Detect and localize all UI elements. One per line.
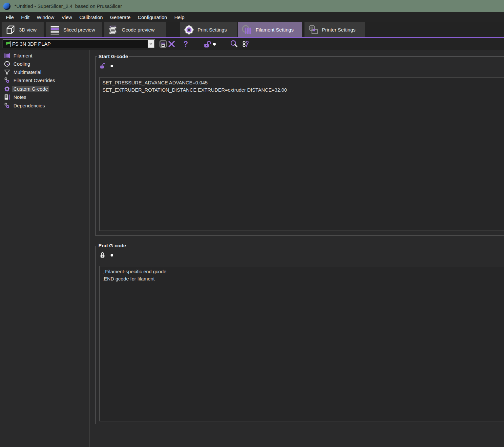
tab-print-settings[interactable]: Print Settings <box>180 22 237 37</box>
tab-bar: 3D view Sliced preview <box>0 22 504 38</box>
cube-icon <box>5 24 16 36</box>
sidebar-item-dependencies[interactable]: Dependencies <box>1 101 90 110</box>
sidebar-item-custom-gcode[interactable]: Custom G-code <box>1 85 90 93</box>
menu-calibration[interactable]: Calibration <box>76 12 107 22</box>
menu-help[interactable]: Help <box>171 12 188 22</box>
search-icon[interactable] <box>230 40 238 48</box>
preset-name: FS 3N 3DF PLAP <box>12 41 51 47</box>
start-gcode-lockrow <box>100 62 113 70</box>
tab-gcode-preview[interactable]: Gcode preview <box>104 22 166 37</box>
layers-icon <box>49 24 61 36</box>
start-gcode-textarea[interactable]: SET_PRESSURE_ADVANCE ADVANCE=0.045 SET_E… <box>99 77 504 231</box>
end-gcode-group: End G-code ; Filament-specific end gcode… <box>95 246 504 424</box>
flag-icon <box>6 41 12 47</box>
start-gcode-group: Start G-code SET_PRESSURE_ADVANCE ADVANC… <box>95 56 504 235</box>
unlock-icon[interactable] <box>203 40 211 48</box>
gears-icon <box>4 77 10 84</box>
tab-label: Print Settings <box>198 27 227 33</box>
menu-window[interactable]: Window <box>33 12 58 22</box>
sidebar-item-label: Notes <box>12 94 28 100</box>
save-preset-icon[interactable] <box>159 40 167 48</box>
sidebar-item-label: Filament Overrides <box>12 77 56 83</box>
menu-edit[interactable]: Edit <box>17 12 33 22</box>
gear-icon <box>4 86 10 92</box>
window-title: *Untitled - SuperSlicer_2.4 based on Pru… <box>14 3 122 9</box>
gears-icon <box>4 102 10 109</box>
tab-printer-settings[interactable]: Printer Settings <box>304 22 365 37</box>
menu-file[interactable]: File <box>2 12 17 22</box>
tab-filament-settings[interactable]: Filament Settings <box>238 22 302 37</box>
menu-configuration[interactable]: Configuration <box>134 12 171 22</box>
search-settings-icon[interactable] <box>242 40 250 48</box>
gcode-line: ; Filament-specific end gcode <box>102 269 166 274</box>
group-title: Start G-code <box>97 54 129 59</box>
modified-dot-indicator[interactable] <box>212 40 217 48</box>
sidebar-item-notes[interactable]: Notes <box>1 93 90 101</box>
gcode-line: SET_PRESSURE_ADVANCE ADVANCE=0.045 <box>102 80 208 85</box>
help-icon[interactable]: ? <box>181 40 190 48</box>
menu-generate[interactable]: Generate <box>106 12 134 22</box>
title-bar: *Untitled - SuperSlicer_2.4 based on Pru… <box>0 0 504 12</box>
tab-sliced-preview[interactable]: Sliced preview <box>46 22 102 37</box>
funnel-icon <box>4 69 10 76</box>
sidebar-item-label: Dependencies <box>12 102 46 109</box>
modified-dot-indicator[interactable] <box>111 254 113 257</box>
sidebar-item-label: Custom G-code <box>12 86 49 92</box>
tab-label: Filament Settings <box>256 27 294 33</box>
delete-preset-icon[interactable] <box>167 40 176 48</box>
gcode-line: SET_EXTRUDER_ROTATION_DISTANCE EXTRUDER=… <box>102 87 287 93</box>
tab-label: 3D view <box>19 27 36 33</box>
preset-toolbar: FS 3N 3DF PLAP ? <box>0 38 504 50</box>
tab-label: Gcode preview <box>122 27 155 33</box>
sidebar-item-label: Filament <box>12 53 34 59</box>
modified-dot-indicator[interactable] <box>111 65 113 67</box>
gear-icon <box>183 24 195 36</box>
settings-sidebar: Filament Cooling Multimaterial <box>1 50 90 447</box>
sidebar-item-cooling[interactable]: Cooling <box>1 60 90 68</box>
app-logo-icon <box>3 3 10 10</box>
sidebar-item-filament[interactable]: Filament <box>1 52 90 60</box>
sidebar-item-filament-overrides[interactable]: Filament Overrides <box>1 76 90 84</box>
tab-3d-view[interactable]: 3D view <box>2 22 44 37</box>
tab-label: Sliced preview <box>63 27 95 33</box>
menu-bar: File Edit Window View Calibration Genera… <box>0 12 504 22</box>
end-gcode-textarea[interactable]: ; Filament-specific end gcode ;END gcode… <box>99 266 504 421</box>
gcode-line: ;END gcode for filament <box>102 276 155 281</box>
tab-label: Printer Settings <box>322 27 356 33</box>
sidebar-item-label: Cooling <box>12 61 32 67</box>
menu-view[interactable]: View <box>58 12 75 22</box>
text-caret <box>208 80 208 85</box>
filament-spool-icon <box>4 53 10 59</box>
sidebar-item-multimaterial[interactable]: Multimaterial <box>1 68 90 76</box>
filament-gear-icon <box>241 24 253 36</box>
unlock-icon[interactable] <box>100 63 105 69</box>
printer-gear-icon <box>307 24 319 36</box>
group-title: End G-code <box>97 243 127 248</box>
lock-icon[interactable] <box>100 252 105 258</box>
preset-combobox[interactable]: FS 3N 3DF PLAP <box>3 39 155 48</box>
clock-icon <box>4 61 10 67</box>
dropdown-arrow-icon[interactable] <box>148 40 154 48</box>
end-gcode-lockrow <box>100 251 113 259</box>
note-icon <box>4 94 10 101</box>
sidebar-item-label: Multimaterial <box>12 69 43 75</box>
gcode-layers-icon <box>107 24 119 36</box>
